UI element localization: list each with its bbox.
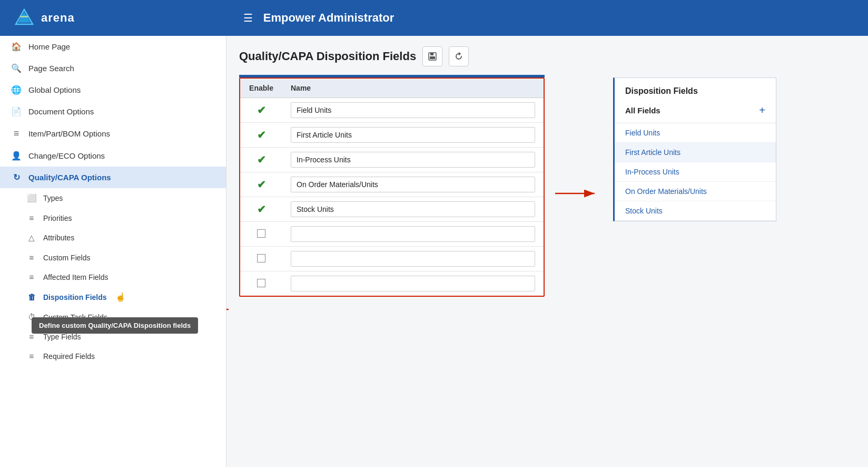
logo-area: arena	[13, 6, 75, 30]
save-button[interactable]	[422, 46, 442, 66]
enable-cell-5[interactable]	[240, 222, 282, 247]
table-row	[240, 247, 544, 271]
required-fields-icon: ≡	[26, 352, 37, 361]
sidebar-subitem-disposition-fields[interactable]: 🗑 Disposition Fields ☝ Define custom Qua…	[0, 287, 226, 307]
name-cell-6	[282, 247, 544, 271]
col-enable: Enable	[240, 79, 282, 98]
sidebar-label-affected-item-fields: Affected Item Fields	[43, 273, 108, 281]
disposition-fields-table: Enable Name ✔ Field Units ✔ First	[240, 79, 544, 296]
right-panel-item-label-2: In-Process Units	[625, 168, 679, 176]
custom-fields-icon: ≡	[26, 253, 37, 262]
checkbox-checked-4: ✔	[257, 203, 266, 216]
sidebar-label-item-part-bom: Item/Part/BOM Options	[28, 129, 110, 138]
sidebar-subitem-types[interactable]: ⬜ Types	[0, 188, 226, 208]
sidebar-subitem-affected-item-fields[interactable]: ≡ Affected Item Fields	[0, 267, 226, 287]
right-panel-item-label-3: On Order Materials/Units	[625, 187, 707, 196]
sidebar-subitem-attributes[interactable]: △ Attributes	[0, 228, 226, 248]
content-area: Quality/CAPA Disposition Fields	[226, 36, 868, 467]
sidebar-subitem-required-fields[interactable]: ≡ Required Fields	[0, 346, 226, 366]
sidebar-label-global-options: Global Options	[28, 85, 81, 94]
enable-cell-1[interactable]: ✔	[240, 123, 282, 148]
tooltip-box: Define custom Quality/CAPA Disposition f…	[32, 317, 198, 334]
right-panel-item-first-article[interactable]: First Article Units	[615, 143, 776, 162]
sidebar-label-required-fields: Required Fields	[43, 352, 95, 361]
name-value-2: In-Process Units	[291, 152, 535, 168]
affected-item-icon: ≡	[26, 273, 37, 281]
name-cell-4: Stock Units	[282, 197, 544, 222]
checkbox-checked-3: ✔	[257, 178, 266, 191]
name-cell-0: Field Units	[282, 98, 544, 123]
arena-wordmark: arena	[41, 11, 75, 25]
sidebar-item-document-options[interactable]: 📄 Document Options	[0, 101, 226, 122]
sidebar-label-disposition-fields: Disposition Fields	[43, 293, 107, 301]
checkbox-checked-0: ✔	[257, 104, 266, 116]
document-icon: 📄	[11, 106, 22, 116]
right-panel-item-stock-units[interactable]: Stock Units	[615, 201, 776, 221]
add-field-button[interactable]: +	[759, 104, 765, 116]
right-panel-item-label-1: First Article Units	[625, 148, 680, 157]
refresh-button[interactable]	[449, 46, 469, 66]
right-panel-item-in-process[interactable]: In-Process Units	[615, 162, 776, 182]
save-icon	[428, 52, 437, 61]
name-cell-2: In-Process Units	[282, 148, 544, 172]
sidebar-label-home: Home Page	[28, 42, 70, 51]
sidebar-item-item-part-bom[interactable]: ≡ Item/Part/BOM Options	[0, 122, 226, 145]
globe-icon: 🌐	[11, 85, 22, 95]
enable-cell-7[interactable]	[240, 271, 282, 296]
sidebar-label-document-options: Document Options	[28, 107, 94, 116]
table-wrapper: Enable Name ✔ Field Units ✔ First	[239, 77, 545, 297]
enable-cell-2[interactable]: ✔	[240, 148, 282, 172]
hamburger-icon[interactable]: ☰	[243, 12, 253, 24]
sidebar-item-global-options[interactable]: 🌐 Global Options	[0, 79, 226, 101]
sidebar-label-custom-fields: Custom Fields	[43, 254, 90, 262]
right-panel-item-on-order[interactable]: On Order Materials/Units	[615, 182, 776, 201]
enable-cell-0[interactable]: ✔	[240, 98, 282, 123]
sidebar-item-change-eco[interactable]: 👤 Change/ECO Options	[0, 145, 226, 167]
table-row: ✔ Field Units	[240, 98, 544, 123]
enable-cell-4[interactable]: ✔	[240, 197, 282, 222]
sidebar-label-attributes: Attributes	[43, 234, 74, 242]
sidebar-item-page-search[interactable]: 🔍 Page Search	[0, 57, 226, 79]
content-with-panel: Enable Name ✔ Field Units ✔ First	[239, 77, 855, 297]
attributes-icon: △	[26, 233, 37, 242]
right-panel-item-label-4: Stock Units	[625, 207, 663, 215]
right-panel-item-field-units[interactable]: Field Units	[615, 123, 776, 143]
col-name: Name	[282, 79, 544, 98]
checkbox-empty-6	[257, 254, 265, 262]
table-header-row: Enable Name	[240, 79, 544, 98]
table-row: ✔ In-Process Units	[240, 148, 544, 172]
name-value-0: Field Units	[291, 102, 535, 118]
enable-cell-3[interactable]: ✔	[240, 172, 282, 197]
sidebar: 🏠 Home Page 🔍 Page Search 🌐 Global Optio…	[0, 36, 226, 467]
checkbox-empty-5	[257, 229, 265, 238]
arrow-svg-right	[550, 183, 603, 204]
svg-rect-3	[20, 16, 28, 17]
name-value-3: On Order Materials/Units	[291, 177, 535, 192]
table-row: ✔ On Order Materials/Units	[240, 172, 544, 197]
name-value-1: First Article Units	[291, 127, 535, 143]
sidebar-label-quality-capa: Quality/CAPA Options	[28, 173, 111, 182]
right-panel-item-label-0: Field Units	[625, 129, 660, 137]
sidebar-item-home[interactable]: 🏠 Home Page	[0, 36, 226, 57]
sidebar-subitem-priorities[interactable]: ≡ Priorities	[0, 208, 226, 228]
cursor-icon: ☝	[115, 292, 126, 302]
sidebar-item-quality-capa[interactable]: ↻ Quality/CAPA Options	[0, 167, 226, 188]
arena-logo	[13, 6, 36, 30]
sidebar-label-change-eco: Change/ECO Options	[28, 151, 105, 160]
page-header: Quality/CAPA Disposition Fields	[239, 46, 855, 66]
name-value-7	[291, 276, 535, 291]
refresh-icon	[454, 52, 463, 61]
name-value-5	[291, 226, 535, 242]
svg-rect-5	[430, 53, 433, 55]
checkbox-empty-7	[257, 279, 265, 287]
table-row	[240, 222, 544, 247]
arrow-svg-left	[226, 299, 239, 320]
disposition-icon: 🗑	[26, 293, 37, 301]
main-layout: 🏠 Home Page 🔍 Page Search 🌐 Global Optio…	[0, 36, 868, 467]
svg-rect-6	[430, 56, 435, 59]
enable-cell-6[interactable]	[240, 247, 282, 271]
change-icon: 👤	[11, 151, 22, 161]
sidebar-subitem-custom-fields[interactable]: ≡ Custom Fields	[0, 248, 226, 267]
list-icon: ≡	[11, 128, 22, 139]
home-icon: 🏠	[11, 42, 22, 52]
